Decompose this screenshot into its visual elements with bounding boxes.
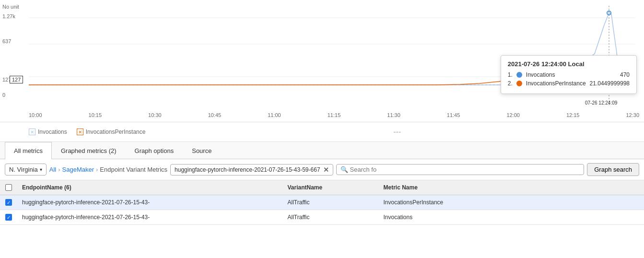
chart-tooltip: 2021-07-26 12:24:00 Local 1. Invocations…	[501, 55, 637, 94]
graph-search-button[interactable]: Graph search	[587, 163, 639, 176]
chart-container: No unit 1.27k 637 127 0 127 07-26 12:24:…	[0, 0, 644, 122]
x-label-5: 11:15	[328, 112, 341, 118]
table-header-variant: VariantName	[283, 183, 379, 192]
svg-text:07-26 12:24:09: 07-26 12:24:09	[585, 100, 618, 106]
table-header-checkbox[interactable]	[0, 183, 17, 192]
row2-checkbox[interactable]: ✓	[5, 214, 12, 221]
y-label-4: 0	[2, 92, 5, 98]
region-button[interactable]: N. Virginia ▾	[5, 164, 47, 176]
breadcrumb-endpoint: Endpoint Variant Metrics	[100, 166, 167, 173]
x-label-6: 11:30	[387, 112, 400, 118]
row1-endpoint: huggingface-pytorch-inference-2021-07-26…	[17, 198, 283, 207]
filter-tag-remove-button[interactable]: ✕	[323, 166, 329, 174]
chart-title: No unit	[2, 4, 19, 10]
table-header-endpoint: EndpointName (6)	[17, 183, 283, 192]
table-row: ✓ huggingface-pytorch-inference-2021-07-…	[0, 195, 644, 210]
search-box[interactable]: 🔍	[336, 164, 585, 175]
legend-checkbox-invocations-per-instance[interactable]: ✕	[77, 129, 83, 135]
filter-tag-text: huggingface-pytorch-inference-2021-07-26…	[175, 166, 320, 173]
row1-metric: InvocationsPerInstance	[379, 198, 644, 207]
tooltip-dot-1	[516, 72, 522, 78]
search-input[interactable]	[350, 166, 580, 173]
tab-all-metrics[interactable]: All metrics	[5, 142, 52, 159]
table-header-metric: Metric Name	[379, 183, 644, 192]
tooltip-label-2: InvocationsPerInstance	[526, 80, 586, 87]
tooltip-index-1: 1.	[508, 71, 513, 78]
x-label-0: 10:00	[29, 112, 42, 118]
tooltip-label-1: Invocations	[526, 71, 555, 78]
legend-item-invocations[interactable]: ✕ Invocations	[29, 125, 67, 139]
x-label-9: 12:15	[566, 112, 580, 118]
row1-variant: AllTraffic	[283, 198, 379, 207]
tooltip-row-1: 1. Invocations 470	[508, 71, 630, 78]
breadcrumb-all[interactable]: All	[49, 166, 56, 173]
y-label-1: 1.27k	[2, 13, 15, 19]
chevron-down-icon: ▾	[40, 167, 42, 172]
x-label-10: 12:30	[626, 112, 639, 118]
legend-checkbox-invocations[interactable]: ✕	[29, 129, 35, 135]
region-label: N. Virginia	[9, 166, 38, 173]
breadcrumb-sep-2: ›	[96, 166, 98, 173]
row2-endpoint: huggingface-pytorch-inference-2021-07-26…	[17, 213, 283, 222]
row2-metric: Invocations	[379, 213, 644, 222]
tab-graph-options[interactable]: Graph options	[126, 142, 183, 159]
x-axis-labels: 10:00 10:15 10:30 10:45 11:00 11:15 11:3…	[29, 112, 639, 118]
x-label-7: 11:45	[447, 112, 460, 118]
x-label-1: 10:15	[89, 112, 102, 118]
tabs-row: All metrics Graphed metrics (2) Graph op…	[0, 142, 644, 159]
breadcrumb: All › SageMaker › Endpoint Variant Metri…	[49, 166, 167, 173]
legend-label-invocations-per-instance: InvocationsPerInstance	[86, 129, 146, 135]
search-icon: 🔍	[340, 166, 348, 173]
y-label-2: 637	[2, 38, 11, 44]
breadcrumb-sagemaker[interactable]: SageMaker	[62, 166, 94, 173]
tooltip-row-2: 2. InvocationsPerInstance 21.0449999998	[508, 80, 630, 87]
table-row: ✓ huggingface-pytorch-inference-2021-07-…	[0, 210, 644, 225]
table-header: EndpointName (6) VariantName Metric Name	[0, 180, 644, 195]
tooltip-val-2: 21.0449999998	[590, 80, 630, 87]
row1-checkbox[interactable]: ✓	[5, 199, 12, 206]
x-label-8: 12:00	[506, 112, 520, 118]
breadcrumb-sep-1: ›	[58, 166, 60, 173]
x-label-3: 10:45	[208, 112, 222, 118]
row2-variant: AllTraffic	[283, 213, 379, 222]
filter-tag: huggingface-pytorch-inference-2021-07-26…	[170, 164, 333, 176]
tooltip-title: 2021-07-26 12:24:00 Local	[508, 60, 630, 68]
tab-source[interactable]: Source	[183, 142, 221, 159]
tooltip-index-2: 2.	[508, 80, 513, 87]
x-label-2: 10:30	[148, 112, 162, 118]
legend: ✕ Invocations ✕ InvocationsPerInstance -…	[0, 122, 644, 142]
legend-label-invocations: Invocations	[38, 129, 67, 135]
current-value: 127	[10, 76, 23, 83]
row1-checkbox-cell[interactable]: ✓	[0, 198, 17, 207]
row2-checkbox-cell[interactable]: ✓	[0, 213, 17, 222]
tooltip-val-1: 470	[620, 71, 630, 78]
header-checkbox[interactable]	[5, 184, 12, 191]
legend-item-invocations-per-instance[interactable]: ✕ InvocationsPerInstance	[77, 125, 146, 139]
tab-graphed-metrics[interactable]: Graphed metrics (2)	[52, 142, 126, 159]
x-label-4: 11:00	[268, 112, 281, 118]
filter-row: N. Virginia ▾ All › SageMaker › Endpoint…	[0, 159, 644, 180]
tooltip-dot-2	[516, 81, 522, 86]
dash-separator: ---	[393, 125, 401, 139]
